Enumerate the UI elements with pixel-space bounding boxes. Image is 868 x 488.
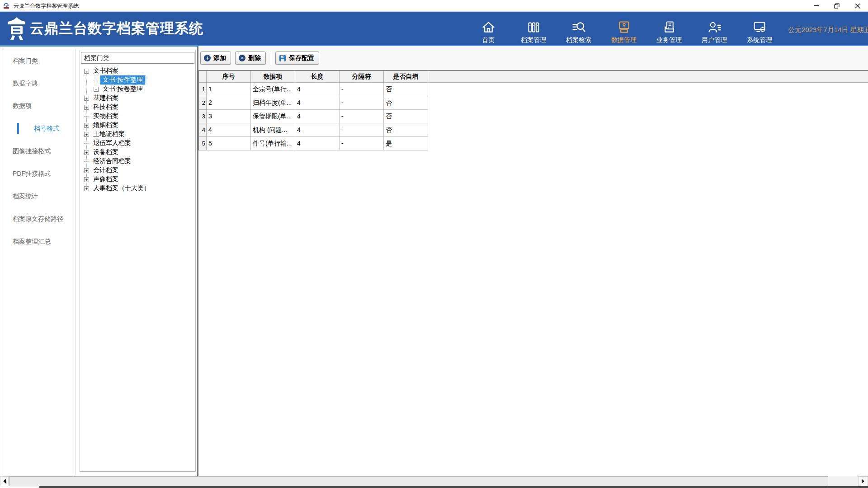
- category-tree: −文书档案文书-按件整理+文书-按卷整理+基建档案+科技档案实物档案+婚姻档案+…: [80, 64, 195, 193]
- floppy-icon: [279, 55, 286, 62]
- maximize-button[interactable]: [826, 0, 847, 11]
- sidebar-item[interactable]: 档案整理汇总: [2, 230, 75, 253]
- tree-item[interactable]: +科技档案: [80, 103, 195, 112]
- table-cell[interactable]: 件号(单行输...: [251, 137, 295, 150]
- tree-item[interactable]: +声像档案: [80, 175, 195, 184]
- delete-button[interactable]: ✕ 删除: [235, 52, 266, 65]
- sidebar-item[interactable]: 档案原文存储路径: [2, 207, 75, 230]
- nav-item-system-manage[interactable]: 系统管理: [737, 15, 782, 43]
- table-cell[interactable]: 4: [295, 137, 340, 150]
- nav-item-user-manage[interactable]: 用户管理: [692, 15, 737, 43]
- column-header[interactable]: 数据项: [251, 71, 295, 83]
- tree-item[interactable]: +文书-按卷整理: [80, 84, 195, 94]
- scrollbar-thumb[interactable]: [9, 476, 828, 486]
- row-header-cell[interactable]: 5: [199, 137, 207, 150]
- minimize-button[interactable]: [806, 0, 826, 11]
- tree-item[interactable]: 退伍军人档案: [80, 139, 195, 148]
- table-cell[interactable]: 归档年度(单...: [251, 96, 295, 110]
- app-title: 云鼎兰台数字档案管理系统: [30, 12, 203, 45]
- table-cell[interactable]: 4: [207, 123, 251, 137]
- sidebar-item[interactable]: PDF挂接格式: [2, 162, 75, 185]
- column-header[interactable]: 序号: [207, 71, 251, 83]
- tree-guide-line: [96, 74, 96, 88]
- sidebar-item[interactable]: 图像挂接格式: [2, 140, 75, 162]
- scrollbar-left-button[interactable]: [0, 476, 9, 486]
- sidebar: 档案门类数据字典数据项档号格式图像挂接格式PDF挂接格式档案统计档案原文存储路径…: [2, 49, 75, 475]
- table-cell[interactable]: 否: [384, 110, 428, 123]
- toolbar-separator: [271, 51, 272, 66]
- table-cell[interactable]: 保管期限(单...: [251, 110, 295, 123]
- table-cell[interactable]: 4: [295, 96, 340, 110]
- window-title: 云鼎兰台数字档案管理系统: [14, 0, 79, 12]
- row-header-cell[interactable]: 2: [199, 96, 207, 110]
- nav-item-archive-search[interactable]: 档案检索: [556, 15, 601, 43]
- arrow-left-icon: [3, 479, 6, 483]
- main-nav: 首页档案管理档案检索数据管理业务管理用户管理系统管理: [466, 15, 782, 43]
- table-cell[interactable]: 4: [295, 110, 340, 123]
- tree-item-label: 文书-按卷整理: [100, 84, 145, 94]
- table-cell[interactable]: -: [340, 110, 384, 123]
- nav-item-home[interactable]: 首页: [466, 15, 511, 43]
- table-cell[interactable]: 否: [384, 96, 428, 110]
- tree-item[interactable]: 文书-按件整理: [80, 75, 195, 84]
- tree-item[interactable]: 经济合同档案: [80, 157, 195, 166]
- column-header[interactable]: 长度: [295, 71, 340, 83]
- table-cell[interactable]: 全宗号(单行...: [251, 83, 295, 96]
- table-cell[interactable]: -: [340, 137, 384, 150]
- table-row: 44机构 (问题...4-否: [199, 123, 868, 137]
- table-cell[interactable]: -: [340, 96, 384, 110]
- row-header-cell[interactable]: 3: [199, 110, 207, 123]
- sidebar-item[interactable]: 档号格式: [2, 117, 75, 140]
- table-cell[interactable]: -: [340, 83, 384, 96]
- table-cell[interactable]: 2: [207, 96, 251, 110]
- header-date: 公元2023年7月14日 星期五: [788, 12, 868, 45]
- close-button[interactable]: [847, 0, 868, 11]
- table-row: 22归档年度(单...4-否: [199, 96, 868, 110]
- table-cell[interactable]: 4: [295, 83, 340, 96]
- tree-item[interactable]: +设备档案: [80, 148, 195, 157]
- nav-item-label: 系统管理: [747, 36, 772, 43]
- table-row: 55件号(单行输...4-是: [199, 137, 868, 150]
- sidebar-item[interactable]: 数据项: [2, 94, 75, 117]
- horizontal-scrollbar[interactable]: [0, 476, 868, 487]
- nav-item-data-manage[interactable]: 数据管理: [601, 15, 646, 43]
- sidebar-item[interactable]: 档案门类: [2, 49, 75, 72]
- sidebar-item[interactable]: 档案统计: [2, 185, 75, 207]
- table-cell[interactable]: 否: [384, 123, 428, 137]
- table-cell[interactable]: 否: [384, 83, 428, 96]
- table-cell[interactable]: -: [340, 123, 384, 137]
- row-header-cell[interactable]: 1: [199, 83, 207, 96]
- x-circle-icon: ✕: [239, 55, 245, 61]
- table-cell[interactable]: 机构 (问题...: [251, 123, 295, 137]
- app-icon: [3, 2, 10, 9]
- main-content: + 添加 ✕ 删除 保存配置 序号数据项长度分隔符是否自增 11全宗号(单行..…: [198, 46, 868, 476]
- column-header[interactable]: 分隔符: [340, 71, 384, 83]
- tree-item-label: 经济合同档案: [91, 157, 133, 166]
- tree-item[interactable]: +婚姻档案: [80, 121, 195, 130]
- tree-item-label: 土地证档案: [91, 130, 127, 139]
- table-cell[interactable]: 3: [207, 110, 251, 123]
- tree-item[interactable]: −文书档案: [80, 66, 195, 75]
- column-header[interactable]: 是否自增: [384, 71, 428, 83]
- nav-item-archive-manage[interactable]: 档案管理: [511, 15, 556, 43]
- row-header-cell[interactable]: 4: [199, 123, 207, 137]
- add-button[interactable]: + 添加: [200, 52, 231, 65]
- tree-panel-title: 档案门类: [81, 52, 194, 64]
- data-grid: 序号数据项长度分隔符是否自增 11全宗号(单行...4-否22归档年度(单...…: [198, 70, 868, 150]
- nav-item-business-manage[interactable]: 业务管理: [646, 15, 692, 43]
- tree-item[interactable]: +人事档案（十大类）: [80, 184, 195, 193]
- table-cell[interactable]: 是: [384, 137, 428, 150]
- sidebar-item[interactable]: 数据字典: [2, 72, 75, 94]
- tree-item[interactable]: +会计档案: [80, 166, 195, 175]
- close-icon: [855, 3, 860, 9]
- table-cell[interactable]: 4: [295, 123, 340, 137]
- tree-item-label: 科技档案: [91, 103, 121, 112]
- tree-item[interactable]: +土地证档案: [80, 130, 195, 139]
- scrollbar-right-button[interactable]: [858, 476, 868, 486]
- tree-item[interactable]: 实物档案: [80, 112, 195, 121]
- save-config-button[interactable]: 保存配置: [275, 52, 319, 65]
- table-cell[interactable]: 5: [207, 137, 251, 150]
- table-cell[interactable]: 1: [207, 83, 251, 96]
- grid-corner-cell[interactable]: [199, 71, 207, 83]
- tree-item[interactable]: +基建档案: [80, 94, 195, 103]
